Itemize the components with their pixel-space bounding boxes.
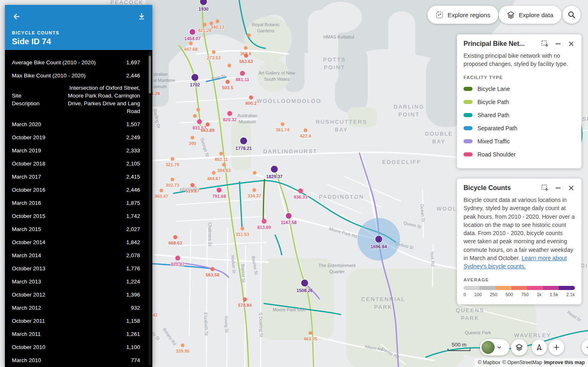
count-point[interactable]	[227, 111, 232, 116]
stat-row: March 2012932	[5, 301, 152, 315]
stat-value: 932	[131, 305, 140, 311]
count-point[interactable]	[240, 71, 245, 76]
ramp-segment	[479, 286, 495, 290]
stat-row: March 20142,078	[5, 249, 152, 262]
count-point[interactable]	[212, 50, 216, 54]
legend-swatch	[464, 152, 473, 156]
stat-label: October 2018	[12, 161, 45, 167]
count-point[interactable]	[271, 166, 278, 173]
stat-row: Max Bike Count (2010 - 2020)2,446	[5, 69, 152, 82]
count-point[interactable]	[216, 20, 219, 23]
count-point[interactable]	[249, 95, 253, 100]
count-point[interactable]	[203, 23, 207, 27]
stat-label: March 2011	[12, 331, 41, 337]
minimize-button[interactable]	[554, 40, 562, 48]
stat-row: March 20152,027	[5, 223, 152, 236]
count-point[interactable]	[190, 183, 194, 187]
count-point[interactable]	[189, 42, 193, 45]
legend-item-label: Separated Path	[477, 125, 517, 131]
legend-item-label: Mixed Traffic	[477, 138, 510, 145]
layers-icon	[516, 344, 523, 351]
ramp-scale-label: 1k	[537, 292, 542, 297]
count-point[interactable]	[191, 136, 194, 140]
count-point[interactable]	[197, 119, 202, 124]
count-point[interactable]	[222, 163, 226, 167]
panel-eyebrow: BICYCLE COUNTS	[12, 30, 59, 35]
count-point[interactable]	[375, 236, 382, 243]
count-point[interactable]	[243, 297, 247, 301]
count-point[interactable]	[301, 280, 308, 287]
stat-label: March 2017	[12, 174, 41, 180]
minimize-button[interactable]	[554, 184, 562, 192]
back-arrow-icon	[12, 12, 21, 21]
count-point[interactable]	[304, 129, 308, 132]
zoom-in-button[interactable]	[549, 340, 564, 355]
stat-value: 1,158	[126, 318, 140, 324]
download-button[interactable]	[138, 12, 146, 20]
stats-list: Average Bike Count (2010 - 2020)1,697Max…	[5, 56, 152, 367]
explore-data-button[interactable]: Explore data	[499, 6, 561, 24]
count-point[interactable]	[173, 235, 177, 239]
count-point[interactable]	[181, 344, 185, 347]
count-point[interactable]	[192, 74, 199, 81]
basemap-switcher-button[interactable]	[480, 339, 509, 356]
count-point[interactable]	[197, 108, 200, 112]
count-point[interactable]	[217, 188, 222, 193]
improve-map-link[interactable]: Improve this map	[544, 360, 585, 365]
legend-item: Separated Path	[464, 122, 575, 135]
count-point[interactable]	[171, 178, 174, 181]
stat-label: March 2019	[12, 147, 41, 154]
scalebar-label: 500 m	[452, 342, 466, 348]
count-point[interactable]	[253, 171, 257, 175]
count-point[interactable]	[226, 80, 230, 84]
scrollbar-thumb[interactable]	[149, 56, 151, 93]
stat-label: October 2013	[12, 265, 45, 272]
count-point[interactable]	[171, 157, 174, 161]
stat-row: Average Bike Count (2010 - 2020)1,697	[5, 56, 152, 69]
count-point[interactable]	[219, 152, 223, 156]
count-point[interactable]	[175, 256, 180, 261]
bicycle-counts-description: Bicycle count data at various locations …	[464, 196, 575, 271]
explore-regions-button[interactable]: Explore regions	[427, 6, 498, 24]
count-point[interactable]	[298, 188, 303, 193]
close-button[interactable]	[568, 40, 575, 48]
close-button[interactable]	[568, 184, 575, 192]
count-point[interactable]	[253, 188, 256, 192]
legend-swatch	[464, 139, 473, 143]
count-point[interactable]	[193, 114, 197, 118]
stat-label: March 2010	[12, 357, 41, 363]
stat-value: 2,415	[126, 174, 140, 180]
select-tool-button[interactable]	[541, 40, 549, 48]
panel-scrollbar[interactable]	[149, 52, 151, 365]
count-point[interactable]	[210, 22, 213, 25]
search-button[interactable]	[563, 6, 581, 24]
back-button[interactable]	[12, 12, 21, 21]
stat-label: March 2015	[12, 226, 41, 232]
count-point[interactable]	[309, 331, 312, 335]
stat-label: Site Description	[12, 92, 50, 108]
count-point[interactable]	[281, 122, 285, 126]
count-point[interactable]	[247, 34, 251, 37]
layers-button[interactable]	[511, 339, 527, 356]
count-point[interactable]	[228, 64, 231, 68]
stat-value: 1,507	[126, 121, 140, 127]
count-point[interactable]	[240, 138, 247, 145]
count-point[interactable]	[241, 227, 244, 231]
count-point[interactable]	[286, 213, 292, 219]
dashed-select-icon	[541, 40, 549, 48]
select-tool-button[interactable]	[541, 184, 549, 192]
osm-attribution-link[interactable]: © OpenStreetMap	[502, 360, 542, 365]
count-point[interactable]	[210, 267, 215, 271]
compass-button[interactable]	[531, 340, 547, 355]
count-point[interactable]	[244, 54, 248, 58]
count-point[interactable]	[244, 46, 248, 50]
stat-row: October 20141,842	[5, 236, 152, 249]
stat-label: Max Bike Count (2010 - 2020)	[12, 72, 86, 79]
count-point[interactable]	[212, 171, 216, 175]
count-point[interactable]	[262, 219, 267, 224]
count-point[interactable]	[160, 189, 163, 193]
count-point[interactable]	[190, 29, 195, 35]
mapbox-attribution-link[interactable]: © Mapbox	[478, 360, 500, 365]
count-point[interactable]	[206, 122, 210, 127]
stat-value: 1,776	[126, 265, 140, 272]
